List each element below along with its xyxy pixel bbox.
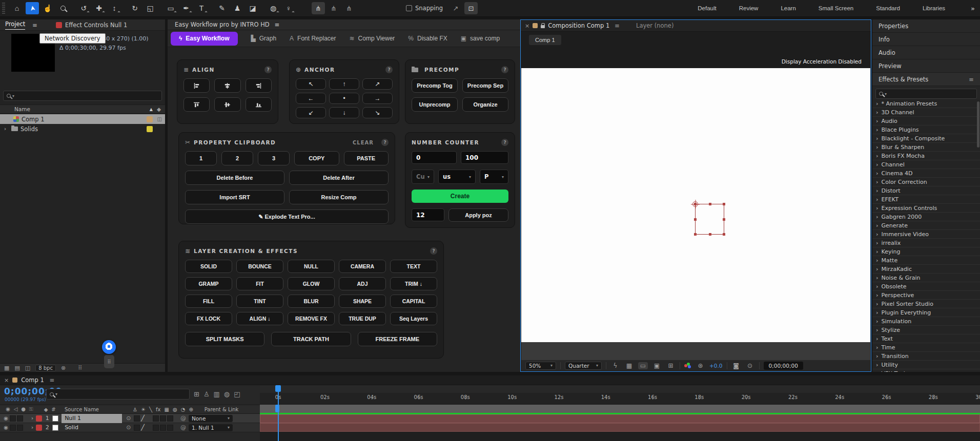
layer-action-button[interactable]: TEXT <box>390 260 437 273</box>
currency-dropdown[interactable]: Cu ▾ <box>412 170 434 184</box>
effects-category-row[interactable]: Blacklight - Composite <box>872 134 980 143</box>
nav-item-button[interactable]: ≋ Comp Viewer <box>349 35 395 42</box>
switch-cell[interactable] <box>167 415 173 422</box>
rectangle-tool[interactable]: ▭ <box>164 2 177 14</box>
handle-top-left[interactable] <box>694 203 697 205</box>
roto-brush-tool[interactable]: ◍ <box>267 2 280 14</box>
snap-box-button[interactable]: ⊡ <box>464 2 478 14</box>
switch-column-icon[interactable]: ☀ <box>141 407 146 412</box>
clear-link[interactable]: CLEAR <box>353 140 374 145</box>
collapsed-panel-tab[interactable]: Info <box>872 33 980 46</box>
layer-wide-button[interactable]: FREEZE FRAME <box>358 332 437 346</box>
local-axis-mode-button[interactable]: ⋔ <box>312 2 325 14</box>
anchor-position-button[interactable]: → <box>362 93 393 104</box>
layer-action-button[interactable]: Seq Layers <box>390 312 437 325</box>
source-name-column-header[interactable]: Source Name <box>65 407 99 412</box>
new-folder-icon[interactable]: ▤ <box>14 365 19 371</box>
project-columns-header[interactable]: Name ▲ ◆ <box>0 104 165 114</box>
effects-category-row[interactable]: Boris FX Mocha <box>872 152 980 160</box>
project-row-comp1[interactable]: Comp 1 ◫ <box>0 114 165 124</box>
preview-timecode[interactable]: 0;00;00;00 <box>764 362 803 370</box>
effects-category-row[interactable]: Utility <box>872 361 980 369</box>
effects-category-row[interactable]: Text <box>872 334 980 343</box>
project-search-input[interactable]: ▾ <box>3 91 162 101</box>
av-column-icon[interactable]: ⚿ <box>27 406 35 412</box>
layer-action-button[interactable]: SOLID <box>185 260 232 273</box>
timeline-toggle-icon[interactable]: ♙ <box>203 390 210 398</box>
tab-composition[interactable]: Composition Comp 1 <box>548 22 609 29</box>
work-area-start-handle[interactable] <box>275 405 279 412</box>
collapsed-panel-tab[interactable]: Properties <box>872 19 980 33</box>
effects-category-row[interactable]: Stylize <box>872 326 980 334</box>
precomp-action-button[interactable]: Organize <box>462 97 508 112</box>
effects-category-row[interactable]: Color Correction <box>872 178 980 186</box>
effects-category-row[interactable]: VFX Tools <box>872 369 980 372</box>
precomp-action-button[interactable]: Unprecomp <box>412 97 458 112</box>
close-icon[interactable]: × <box>4 377 9 384</box>
handle-middle-right[interactable] <box>723 218 725 221</box>
orbit-camera-tool[interactable]: ↺ <box>77 2 90 14</box>
workspace-tab[interactable]: Learn <box>781 5 795 11</box>
floating-overlay-handle[interactable]: ⠿ <box>104 355 114 368</box>
effects-category-row[interactable]: Perspective <box>872 291 980 300</box>
label-chip-tan[interactable] <box>147 116 153 122</box>
effects-category-row[interactable]: Generate <box>872 221 980 230</box>
tab-layer[interactable]: Layer (none) <box>636 22 673 29</box>
collapsed-panel-tab[interactable]: Preview <box>872 59 980 73</box>
selection-tool[interactable]: ➤ <box>26 2 39 14</box>
tab-project[interactable]: Project <box>5 20 25 30</box>
solo-toggle[interactable] <box>17 425 23 431</box>
layer-wide-button[interactable]: SPLIT MASKS <box>185 332 264 346</box>
effects-category-row[interactable]: Obsolete <box>872 282 980 291</box>
resize-comp-button[interactable]: Resize Comp <box>289 190 389 204</box>
handle-middle-left[interactable] <box>694 218 697 221</box>
effects-category-row[interactable]: Channel <box>872 160 980 169</box>
solo-toggle[interactable] <box>17 415 23 422</box>
help-icon[interactable] <box>264 66 272 73</box>
home-tool[interactable]: ⌂ <box>10 2 24 14</box>
effects-category-row[interactable]: Noise & Grain <box>872 274 980 282</box>
layer-action-button[interactable]: GRAMP <box>185 277 232 290</box>
layer-action-button[interactable]: ALIGN ↓ <box>236 312 283 325</box>
align-bottom-button[interactable] <box>246 97 272 112</box>
clipboard-slot-button[interactable]: 1 <box>185 151 217 165</box>
effects-category-row[interactable]: Matte <box>872 256 980 265</box>
switch-column-icon[interactable]: ╲ <box>149 407 152 412</box>
workspace-tab[interactable]: Small Screen <box>819 5 853 11</box>
toolbar-grip[interactable] <box>2 3 5 14</box>
switch-column-icon[interactable]: fx <box>156 407 160 412</box>
align-left-button[interactable] <box>183 78 210 93</box>
layer-action-button[interactable]: ADJ <box>339 277 386 290</box>
timeline-toggle-icon[interactable]: ◰ <box>234 390 240 398</box>
parent-dropdown[interactable]: 1. Null 1 ▾ <box>189 424 233 431</box>
work-area-bar[interactable] <box>260 405 980 413</box>
layer-color-swatch[interactable] <box>52 425 58 431</box>
help-icon[interactable] <box>501 139 508 146</box>
expand-chevron-icon[interactable]: › <box>31 425 33 430</box>
close-icon[interactable]: × <box>525 23 529 29</box>
align-right-button[interactable] <box>246 78 272 93</box>
clipboard-slot-button[interactable]: 2 <box>221 151 253 165</box>
layer-color-swatch[interactable] <box>52 415 58 422</box>
layer-wide-button[interactable]: TRACK PATH <box>271 332 351 346</box>
workspace-tab[interactable]: Default <box>698 5 716 11</box>
layer-action-button[interactable]: FILL <box>185 295 232 308</box>
help-icon[interactable] <box>430 247 437 255</box>
nav-item-button[interactable]: % Disable FX <box>408 35 447 42</box>
dolly-camera-tool[interactable]: ↕ <box>108 2 121 14</box>
layer-name[interactable]: Solid <box>62 423 122 432</box>
clipboard-slot-button[interactable]: 3 <box>258 151 290 165</box>
effects-category-row[interactable]: Time <box>872 343 980 352</box>
sort-arrow-icon[interactable]: ▲ <box>150 107 153 112</box>
effects-category-row[interactable]: MirzaKadic <box>872 265 980 274</box>
effects-category-row[interactable]: Blace Plugins <box>872 125 980 134</box>
effects-category-row[interactable]: Gabgren 2000 <box>872 213 980 221</box>
magnification-dropdown[interactable]: 50% ▾ <box>525 362 556 370</box>
layer-action-button[interactable]: SHAPE <box>339 295 386 308</box>
effects-category-row[interactable]: Immersive Video <box>872 230 980 239</box>
region-of-interest-icon[interactable]: ▭ <box>638 362 648 369</box>
layer-action-button[interactable]: BLUR <box>288 295 335 308</box>
av-column-icon[interactable]: ◉ <box>4 406 12 412</box>
channel-rgb-icon[interactable] <box>684 363 691 369</box>
current-time-indicator[interactable] <box>278 385 279 441</box>
